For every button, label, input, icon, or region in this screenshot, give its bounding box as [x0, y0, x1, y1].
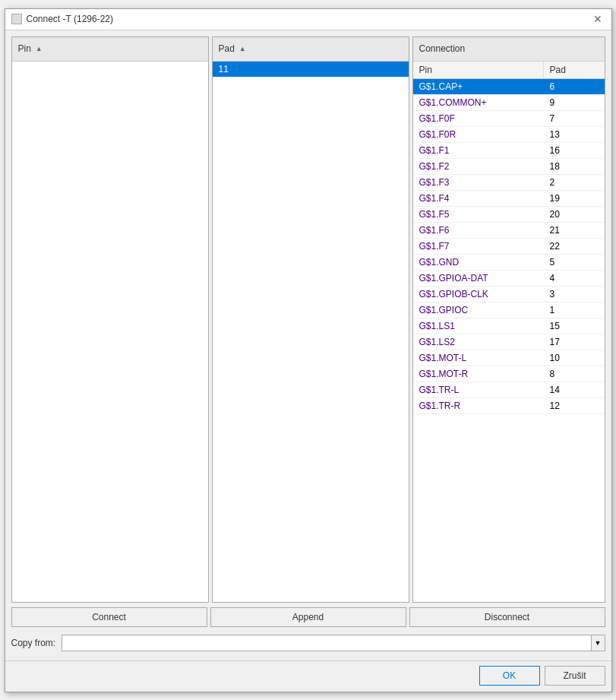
connection-pin-cell: G$1.F0F: [413, 111, 544, 126]
title-bar-left: Connect -T (1296-22): [11, 14, 114, 24]
table-row[interactable]: G$1.F520: [413, 207, 605, 223]
table-row[interactable]: G$1.F32: [413, 175, 605, 191]
pin-sort-arrow[interactable]: ▲: [36, 45, 43, 52]
main-content: Pin ▲ Pad ▲ 11 Connection: [5, 30, 611, 660]
table-row[interactable]: G$1.GPIOA-DAT4: [413, 271, 605, 287]
connection-pad-cell: 21: [544, 223, 605, 238]
table-row[interactable]: G$1.MOT-L10: [413, 350, 605, 366]
table-row[interactable]: G$1.F722: [413, 239, 605, 255]
connection-pin-cell: G$1.GPIOA-DAT: [413, 271, 544, 286]
table-row[interactable]: G$1.GPIOB-CLK3: [413, 287, 605, 302]
conn-subheader-pad: Pad: [544, 62, 605, 78]
connection-pin-cell: G$1.TR-R: [413, 398, 544, 413]
connection-pad-cell: 6: [544, 79, 605, 94]
connection-list[interactable]: G$1.CAP+6G$1.COMMON+9G$1.F0F7G$1.F0R13G$…: [413, 79, 605, 602]
copy-from-wrapper[interactable]: ▼: [62, 635, 605, 651]
ok-button[interactable]: OK: [479, 666, 540, 686]
connection-pin-cell: G$1.LS1: [413, 318, 544, 334]
pad-panel: Pad ▲ 11: [212, 36, 409, 603]
table-row[interactable]: G$1.MOT-R8: [413, 366, 605, 382]
copy-from-row: Copy from: ▼: [11, 632, 605, 654]
table-row[interactable]: G$1.F0R13: [413, 127, 605, 143]
connection-pad-cell: 20: [544, 207, 605, 222]
table-row[interactable]: G$1.F116: [413, 143, 605, 159]
connection-pin-cell: G$1.F5: [413, 207, 544, 222]
connection-pin-cell: G$1.F3: [413, 175, 544, 190]
dialog-title: Connect -T (1296-22): [27, 14, 114, 24]
table-row[interactable]: G$1.F621: [413, 223, 605, 239]
action-buttons-row: Connect Append Disconnect: [11, 607, 605, 627]
list-item[interactable]: 11: [213, 62, 409, 78]
pin-header-label: Pin: [18, 43, 31, 54]
table-row[interactable]: G$1.TR-R12: [413, 398, 605, 414]
connection-pin-cell: G$1.TR-L: [413, 382, 544, 398]
cancel-button[interactable]: Zrušit: [545, 666, 605, 686]
pin-panel: Pin ▲: [11, 36, 209, 603]
connection-pin-cell: G$1.F6: [413, 223, 544, 238]
connection-pin-cell: G$1.F2: [413, 159, 544, 174]
connection-pin-cell: G$1.F4: [413, 191, 544, 206]
copy-from-value: [62, 635, 590, 651]
table-row[interactable]: G$1.TR-L14: [413, 382, 605, 398]
connection-pad-cell: 16: [544, 143, 605, 158]
dialog-icon: [11, 14, 22, 24]
connection-header: Connection: [413, 37, 605, 62]
connection-pin-cell: G$1.MOT-R: [413, 366, 544, 382]
connection-pin-cell: G$1.GPIOB-CLK: [413, 287, 544, 302]
connection-subheader: Pin Pad: [413, 62, 605, 79]
connection-pad-cell: 10: [544, 350, 605, 366]
connection-pad-cell: 13: [544, 127, 605, 142]
conn-subheader-pin: Pin: [413, 62, 544, 78]
pad-header: Pad ▲: [213, 37, 409, 62]
close-button[interactable]: ✕: [590, 11, 605, 27]
table-row[interactable]: G$1.CAP+6: [413, 79, 605, 95]
title-bar: Connect -T (1296-22) ✕: [5, 9, 611, 30]
table-row[interactable]: G$1.GPIOC1: [413, 302, 605, 318]
connection-panel: Connection Pin Pad G$1.CAP+6G$1.COMMON+9…: [412, 36, 605, 603]
table-row[interactable]: G$1.F419: [413, 191, 605, 207]
connection-pad-cell: 19: [544, 191, 605, 206]
table-row[interactable]: G$1.LS217: [413, 334, 605, 350]
table-row[interactable]: G$1.F218: [413, 159, 605, 175]
connection-pad-cell: 4: [544, 271, 605, 286]
connection-pin-cell: G$1.GPIOC: [413, 302, 544, 318]
connection-pin-cell: G$1.F1: [413, 143, 544, 158]
connection-pad-cell: 15: [544, 318, 605, 334]
connection-pad-cell: 1: [544, 302, 605, 318]
table-row[interactable]: G$1.LS115: [413, 318, 605, 334]
pad-header-label: Pad: [219, 43, 235, 54]
connection-pad-cell: 17: [544, 334, 605, 350]
pad-list[interactable]: 11: [213, 62, 409, 602]
table-row[interactable]: G$1.F0F7: [413, 111, 605, 127]
connection-pad-cell: 18: [544, 159, 605, 174]
connection-pad-cell: 8: [544, 366, 605, 382]
table-row[interactable]: G$1.COMMON+9: [413, 95, 605, 111]
connection-pad-cell: 5: [544, 255, 605, 270]
connection-pad-cell: 9: [544, 95, 605, 110]
pin-list[interactable]: [12, 62, 208, 602]
append-button[interactable]: Append: [210, 607, 406, 627]
connection-header-label: Connection: [419, 43, 466, 54]
connection-pad-cell: 12: [544, 398, 605, 413]
table-row[interactable]: G$1.GND5: [413, 255, 605, 271]
copy-from-label: Copy from:: [11, 638, 56, 648]
dialog-footer: OK Zrušit: [5, 660, 611, 692]
connection-pin-cell: G$1.GND: [413, 255, 544, 270]
connection-pad-cell: 3: [544, 287, 605, 302]
pad-sort-arrow[interactable]: ▲: [239, 45, 246, 52]
connection-pin-cell: G$1.MOT-L: [413, 350, 544, 366]
connection-pad-cell: 7: [544, 111, 605, 126]
connection-pin-cell: G$1.COMMON+: [413, 95, 544, 110]
connection-pin-cell: G$1.F7: [413, 239, 544, 254]
connection-pin-cell: G$1.CAP+: [413, 79, 544, 94]
connection-pin-cell: G$1.LS2: [413, 334, 544, 350]
connection-pin-cell: G$1.F0R: [413, 127, 544, 142]
connection-pad-cell: 2: [544, 175, 605, 190]
copy-from-dropdown-arrow[interactable]: ▼: [591, 635, 605, 651]
disconnect-button[interactable]: Disconnect: [409, 607, 605, 627]
connection-pad-cell: 22: [544, 239, 605, 254]
columns-area: Pin ▲ Pad ▲ 11 Connection: [11, 36, 605, 603]
pin-header: Pin ▲: [12, 37, 208, 62]
connect-dialog: Connect -T (1296-22) ✕ Pin ▲ Pad ▲: [5, 8, 612, 692]
connect-button[interactable]: Connect: [11, 607, 207, 627]
